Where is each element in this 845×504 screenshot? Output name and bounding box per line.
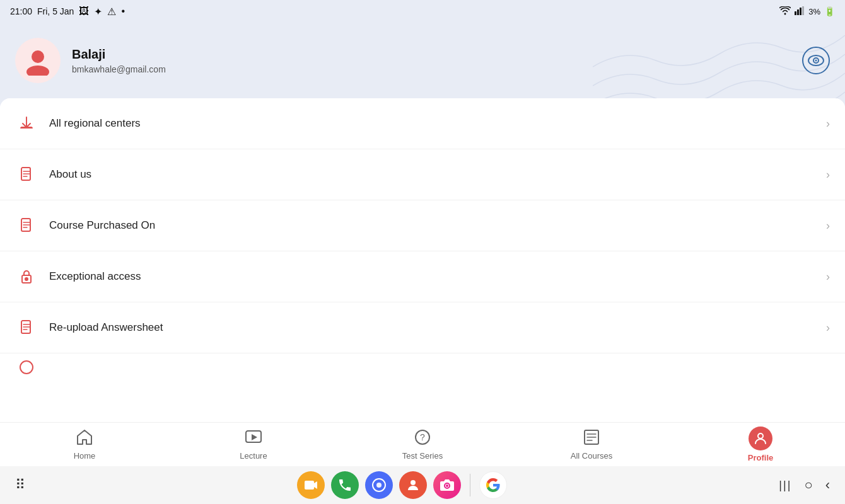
svg-point-5 [26,66,49,76]
nav-item-lecture[interactable]: Lecture [169,428,338,461]
svg-text:?: ? [420,432,425,442]
svg-rect-3 [802,6,804,15]
status-icon-alert: ⚠ [107,6,116,18]
doc-icon-about [15,163,38,186]
chevron-right-icon: › [826,219,830,232]
chevron-right-icon: › [826,270,830,284]
menu-item-reupload[interactable]: Re-upload Answersheet › [0,302,845,353]
svg-rect-2 [800,8,801,15]
menu-label-about-us: About us [49,168,826,181]
recent-apps-button[interactable]: ||| [779,479,791,492]
app-icon-contacts[interactable] [399,471,427,499]
chat-icon [371,478,387,493]
menu-label-exceptional-access: Exceptional access [49,270,826,283]
status-icon-image: 🖼 [79,6,89,17]
chevron-right-icon: › [826,321,830,335]
avatar [15,38,61,83]
nav-item-profile[interactable]: Profile [676,427,845,462]
svg-rect-1 [797,9,799,15]
app-icon-camera[interactable] [433,471,461,499]
app-icon-meet[interactable] [297,471,325,499]
download-icon [15,112,38,135]
camera-icon [440,478,455,493]
svg-rect-9 [21,127,32,129]
svg-point-33 [758,433,763,438]
nav-item-home[interactable]: Home [0,428,169,461]
eye-icon [808,55,824,66]
bottom-nav: Home Lecture ? Test Series [0,422,845,466]
status-left: 21:00 Fri, 5 Jan 🖼 ✦ ⚠ • [10,6,125,18]
lock-icon [15,265,38,288]
grid-icon[interactable]: ⠿ [15,477,25,493]
svg-point-35 [376,483,382,488]
menu-list: All regional centers › About us › [0,98,845,422]
svg-point-24 [20,361,33,374]
google-icon [486,478,501,493]
status-bar: 21:00 Fri, 5 Jan 🖼 ✦ ⚠ • 3% 🔋 [0,0,845,23]
chevron-right-icon: › [826,168,830,181]
svg-rect-34 [305,481,314,490]
menu-item-partial[interactable] [0,353,845,381]
profile-info: Balaji bmkawhale@gmail.com [72,47,830,74]
menu-item-regional-centers[interactable]: All regional centers › [0,98,845,149]
phone-icon [337,478,353,493]
back-button[interactable]: ‹ [825,477,830,493]
upload-icon [15,316,38,339]
android-bar: ⠿ [0,466,845,504]
doc-icon-course [15,214,38,237]
android-nav-buttons: ||| ○ ‹ [779,477,830,493]
svg-point-19 [25,278,28,280]
profile-email: bmkawhale@gmail.com [72,64,830,74]
app-icon-google[interactable] [479,471,507,499]
nav-label-profile: Profile [748,453,773,462]
menu-item-about-us[interactable]: About us › [0,149,845,200]
menu-item-course-purchased[interactable]: Course Purchased On › [0,200,845,251]
status-date: Fri, 5 Jan [37,6,74,16]
menu-label-regional-centers: All regional centers [49,117,826,130]
eye-button[interactable] [802,47,830,74]
nav-label-test-series: Test Series [402,451,443,461]
menu-label-course-purchased: Course Purchased On [49,219,826,232]
svg-rect-0 [795,11,796,15]
svg-point-8 [815,60,817,62]
contacts-icon [405,478,421,493]
partial-icon [15,356,38,379]
app-icons-row [297,471,507,499]
profile-svg-icon [753,431,768,446]
battery-text: 3% [808,7,820,16]
home-icon [76,428,93,449]
avatar-icon [23,45,53,76]
divider [470,474,470,496]
menu-item-exceptional-access[interactable]: Exceptional access › [0,251,845,302]
status-icon-location: ✦ [94,6,102,18]
all-courses-icon [583,428,600,449]
nav-label-home: Home [74,451,96,461]
meet-icon [303,478,318,493]
lecture-icon [245,428,262,449]
status-icon-dot: • [121,6,125,17]
profile-icon [749,427,772,450]
menu-label-reupload: Re-upload Answersheet [49,321,826,334]
status-right: 3% 🔋 [779,6,835,17]
app-icon-phone[interactable] [331,471,359,499]
svg-point-4 [32,50,44,63]
test-series-icon: ? [414,428,431,449]
app-icon-chat[interactable] [365,471,393,499]
status-time: 21:00 [10,6,32,16]
home-button[interactable]: ○ [804,477,812,493]
profile-header: Balaji bmkawhale@gmail.com [0,23,845,98]
nav-label-lecture: Lecture [240,451,267,461]
battery-icon: 🔋 [824,6,835,16]
nav-item-all-courses[interactable]: All Courses [507,428,676,461]
svg-marker-26 [252,434,257,440]
signal-icon [795,6,805,17]
nav-item-test-series[interactable]: ? Test Series [338,428,507,461]
nav-label-all-courses: All Courses [571,451,612,461]
profile-name: Balaji [72,47,830,62]
svg-point-39 [446,484,448,487]
chevron-right-icon: › [826,117,830,130]
content-area: Balaji bmkawhale@gmail.com All regional … [0,23,845,422]
wifi-icon [779,6,791,17]
svg-point-37 [411,480,416,485]
